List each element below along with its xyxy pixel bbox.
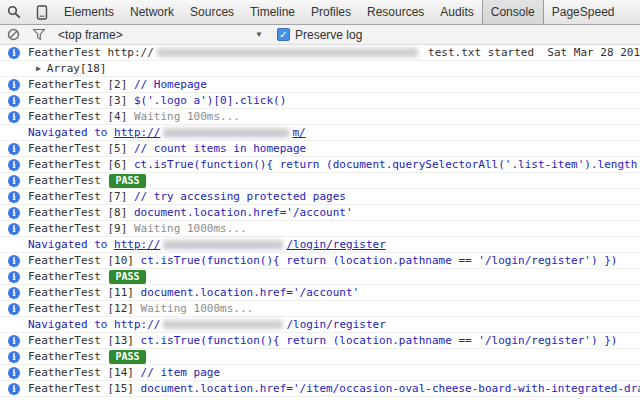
- console-text: test.txt started Sat Mar 28 201: [421, 46, 640, 59]
- console-log: iFeatherTest http:// test.txt started Sa…: [0, 45, 640, 400]
- console-message: iFeatherTest PASS: [0, 349, 640, 365]
- console-text: FeatherTest: [28, 350, 107, 363]
- console-text: FeatherTest [2]: [28, 78, 134, 91]
- console-text: FeatherTest http://: [28, 46, 154, 59]
- pass-badge: PASS: [109, 174, 145, 188]
- console-text: Waiting 1000ms...: [134, 222, 247, 235]
- console-message: iFeatherTest [12] Waiting 1000ms...: [0, 301, 640, 317]
- console-message: iFeatherTest PASS: [0, 269, 640, 285]
- console-text: // item page: [141, 366, 220, 379]
- console-text: FeatherTest [12]: [28, 302, 141, 315]
- tab-timeline[interactable]: Timeline: [242, 0, 303, 24]
- console-text: FeatherTest [4]: [28, 110, 134, 123]
- console-text: Waiting 1000ms...: [141, 302, 254, 315]
- inspect-magnifier-icon[interactable]: [0, 0, 28, 24]
- info-icon: i: [8, 143, 20, 155]
- info-icon: i: [8, 175, 20, 187]
- console-statusbar: <top frame> ▼ ✓ Preserve log: [0, 25, 640, 45]
- info-icon: i: [8, 111, 20, 123]
- console-message: iFeatherTest [14] // item page: [0, 365, 640, 381]
- console-link[interactable]: /login/register: [286, 238, 385, 251]
- tab-audits[interactable]: Audits: [432, 0, 481, 24]
- console-text: Waiting 100ms...: [134, 110, 240, 123]
- frame-selector-value: <top frame>: [58, 28, 123, 42]
- console-text: FeatherTest [5]: [28, 142, 134, 155]
- console-link[interactable]: http://: [114, 238, 160, 251]
- console-text: FeatherTest [8]: [28, 206, 134, 219]
- info-icon: i: [8, 383, 20, 395]
- tab-sources[interactable]: Sources: [182, 0, 242, 24]
- info-icon: i: [8, 271, 20, 283]
- console-text: FeatherTest [10]: [28, 254, 141, 267]
- info-icon: i: [8, 335, 20, 347]
- redacted-url-blur: [163, 240, 283, 249]
- device-mode-icon[interactable]: [28, 0, 56, 24]
- console-text: // try accessing protected pages: [134, 190, 346, 203]
- info-icon: i: [8, 79, 20, 91]
- frame-selector-dropdown[interactable]: <top frame> ▼: [58, 28, 263, 42]
- preserve-log-checkbox[interactable]: ✓: [277, 28, 290, 41]
- console-text: FeatherTest: [28, 270, 107, 283]
- console-message: Navigated to http://m/: [0, 125, 640, 141]
- console-text: document.location.href='/account': [134, 206, 353, 219]
- tab-profiles[interactable]: Profiles: [303, 0, 359, 24]
- console-message: iFeatherTest [4] Waiting 100ms...: [0, 109, 640, 125]
- console-message: iFeatherTest [6] ct.isTrue(function(){ r…: [0, 157, 640, 173]
- redacted-url-blur: [163, 320, 283, 329]
- console-message: iFeatherTest [15] document.location.href…: [0, 381, 640, 397]
- console-message: iFeatherTest [11] document.location.href…: [0, 285, 640, 301]
- console-text: FeatherTest [6]: [28, 158, 134, 171]
- console-message: iFeatherTest PASS: [0, 173, 640, 189]
- console-text: Navigated to: [28, 126, 114, 139]
- console-message: ▶Array[18]: [0, 61, 640, 77]
- console-text: Navigated to: [28, 238, 114, 251]
- console-text: FeatherTest [14]: [28, 366, 141, 379]
- filter-icon[interactable]: [26, 29, 52, 40]
- console-message: iFeatherTest http:// test.txt started Sa…: [0, 45, 640, 61]
- console-link[interactable]: http://: [114, 126, 160, 139]
- console-text: /login/register: [286, 318, 385, 331]
- console-text: ct.isTrue(function(){ return (location.p…: [141, 334, 618, 347]
- console-text: FeatherTest [11]: [28, 286, 141, 299]
- tab-resources[interactable]: Resources: [359, 0, 432, 24]
- console-message: Navigated to http:///login/register: [0, 237, 640, 253]
- console-text: Navigated to: [28, 318, 114, 331]
- console-text: FeatherTest [9]: [28, 222, 134, 235]
- console-message: iFeatherTest [10] ct.isTrue(function(){ …: [0, 253, 640, 269]
- preserve-log-label: Preserve log: [295, 28, 362, 42]
- console-link[interactable]: Array[18]: [47, 62, 107, 75]
- console-message: iFeatherTest [2] // Homepage: [0, 77, 640, 93]
- redacted-url-blur: [157, 48, 419, 57]
- console-text: document.location.href='/item/occasion-o…: [141, 382, 640, 395]
- clear-console-icon[interactable]: [0, 28, 26, 41]
- info-icon: i: [8, 351, 20, 363]
- console-text: FeatherTest: [28, 174, 107, 187]
- console-message: iFeatherTest [3] $('.logo a')[0].click(): [0, 93, 640, 109]
- info-icon: i: [8, 191, 20, 203]
- redacted-url-blur: [163, 128, 289, 137]
- console-message: iFeatherTest [9] Waiting 1000ms...: [0, 221, 640, 237]
- info-icon: i: [8, 95, 20, 107]
- console-message: Navigated to http:///login/register: [0, 317, 640, 333]
- console-text: FeatherTest [7]: [28, 190, 134, 203]
- console-link[interactable]: m/: [292, 126, 305, 139]
- tab-console[interactable]: Console: [482, 0, 544, 24]
- expander-triangle-icon[interactable]: ▶: [36, 62, 41, 75]
- console-text: $('.logo a')[0].click(): [134, 94, 286, 107]
- devtools-tabbar: ElementsNetworkSourcesTimelineProfilesRe…: [0, 0, 640, 25]
- info-icon: i: [8, 207, 20, 219]
- info-icon: i: [8, 287, 20, 299]
- info-icon: i: [8, 159, 20, 171]
- console-text: FeatherTest [13]: [28, 334, 141, 347]
- info-icon: i: [8, 255, 20, 267]
- console-text: http://: [114, 318, 160, 331]
- tab-elements[interactable]: Elements: [56, 0, 122, 24]
- pass-badge: PASS: [109, 270, 145, 284]
- info-icon: i: [8, 303, 20, 315]
- console-text: FeatherTest [3]: [28, 94, 134, 107]
- tab-network[interactable]: Network: [122, 0, 182, 24]
- console-text: ct.isTrue(function(){ return (location.p…: [141, 254, 618, 267]
- console-text: // count items in homepage: [134, 142, 306, 155]
- console-message: iFeatherTest [13] ct.isTrue(function(){ …: [0, 333, 640, 349]
- tab-pagespeed[interactable]: PageSpeed: [544, 0, 623, 24]
